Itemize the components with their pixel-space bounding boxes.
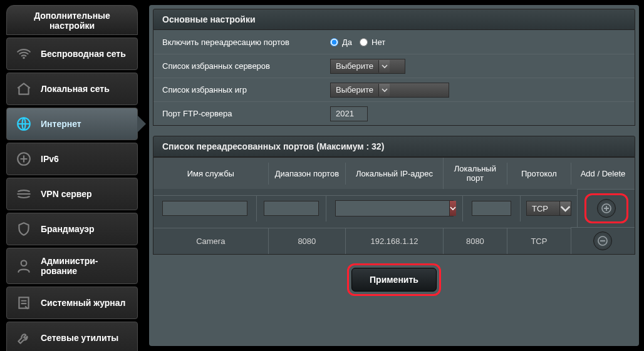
chevron-down-icon[interactable] xyxy=(449,201,456,216)
label-enable-forwarding: Включить переадресацию портов xyxy=(162,38,330,47)
forward-table-head: Имя службы Диапазон портов Локальный IP-… xyxy=(153,157,635,189)
label-favorite-games: Список избранных игр xyxy=(162,85,330,94)
sidebar: Дополнительные настройки Беспроводная се… xyxy=(6,5,138,346)
sidebar-item-firewall[interactable]: Брандмауэр xyxy=(6,213,138,245)
forward-input-row: TCP xyxy=(153,189,635,227)
sidebar-item-label: Локальная сеть xyxy=(41,84,110,94)
input-service[interactable] xyxy=(162,201,248,216)
row-ftp-port: Порт FTP-сервера xyxy=(153,101,635,125)
vpn-icon xyxy=(16,186,32,202)
sidebar-item-internet[interactable]: Интернет xyxy=(6,108,138,140)
highlight-add xyxy=(584,193,628,223)
sidebar-item-admin[interactable]: Администри-рование xyxy=(6,248,138,284)
col-proto: Протокол xyxy=(507,163,571,185)
row-favorite-games: Список избранных игр Выберите xyxy=(153,78,635,101)
select-proto[interactable]: TCP xyxy=(526,201,571,216)
user-icon xyxy=(16,258,32,274)
select-favorite-servers[interactable]: Выберите xyxy=(330,59,405,74)
apply-button[interactable]: Применить xyxy=(351,268,437,292)
col-range: Диапазон портов xyxy=(268,163,346,185)
select-value: Выберите xyxy=(336,85,373,94)
col-ip: Локальный IP-адрес xyxy=(345,163,443,185)
sidebar-item-lan[interactable]: Локальная сеть xyxy=(6,73,138,105)
cell-port: 8080 xyxy=(443,228,507,254)
sidebar-item-nettools[interactable]: Сетевые утилиты xyxy=(6,322,138,351)
row-favorite-servers: Список избранных серверов Выберите xyxy=(153,54,635,78)
log-icon xyxy=(16,295,32,311)
chevron-down-icon xyxy=(559,201,571,215)
label-favorite-servers: Список избранных серверов xyxy=(162,61,330,71)
forward-table: Имя службы Диапазон портов Локальный IP-… xyxy=(153,157,635,255)
select-proto-value: TCP xyxy=(532,204,548,213)
cell-service: Camera xyxy=(153,228,268,254)
chevron-down-icon xyxy=(378,60,390,73)
radio-no[interactable] xyxy=(360,38,368,46)
sidebar-item-label: VPN сервер xyxy=(41,189,92,199)
col-service: Имя службы xyxy=(153,163,268,185)
sidebar-item-label: Интернет xyxy=(41,119,81,129)
table-row: Camera 8080 192.168.1.12 8080 TCP xyxy=(153,227,635,254)
sidebar-item-label: IPv6 xyxy=(41,154,59,164)
ipv6-icon xyxy=(16,151,32,167)
sidebar-item-label: Беспроводная сеть xyxy=(41,49,126,59)
sidebar-item-label: Сетевые утилиты xyxy=(41,333,118,343)
basic-section-title: Основные настройки xyxy=(153,9,635,30)
svg-point-0 xyxy=(23,57,24,59)
house-icon xyxy=(16,81,32,97)
col-port: Локальный порт xyxy=(443,158,507,189)
sidebar-item-vpn[interactable]: VPN сервер xyxy=(6,178,138,210)
label-ftp-port: Порт FTP-сервера xyxy=(162,109,330,118)
select-value: Выберите xyxy=(336,61,373,71)
sidebar-item-syslog[interactable]: Системный журнал xyxy=(6,287,138,319)
col-action: Add / Delete xyxy=(571,163,635,185)
cell-proto: TCP xyxy=(507,228,571,254)
radio-yes[interactable] xyxy=(330,38,338,46)
shield-icon xyxy=(16,221,32,237)
input-ip-wrap[interactable] xyxy=(335,200,454,216)
highlight-apply: Применить xyxy=(347,263,441,296)
select-favorite-games[interactable]: Выберите xyxy=(330,83,449,98)
sidebar-title: Дополнительные настройки xyxy=(6,5,138,35)
forward-section-title: Список переадресованных портов (Максимум… xyxy=(153,136,635,157)
radio-yes-label: Да xyxy=(342,38,352,47)
input-port[interactable] xyxy=(472,201,511,216)
svg-point-3 xyxy=(21,260,27,266)
main-panel: Основные настройки Включить переадресаци… xyxy=(149,5,639,346)
basic-settings: Включить переадресацию портов Да Нет Спи… xyxy=(153,30,635,126)
wrench-icon xyxy=(16,330,32,346)
input-ip[interactable] xyxy=(336,201,449,216)
delete-button[interactable] xyxy=(593,231,612,250)
sidebar-item-ipv6[interactable]: IPv6 xyxy=(6,143,138,175)
globe-icon xyxy=(16,116,32,132)
row-enable-forwarding: Включить переадресацию портов Да Нет xyxy=(153,30,635,54)
cell-ip: 192.168.1.12 xyxy=(345,228,443,254)
input-range[interactable] xyxy=(264,201,319,216)
sidebar-item-label: Администри-рование xyxy=(41,256,128,276)
radio-no-label: Нет xyxy=(371,38,385,47)
add-button[interactable] xyxy=(597,199,616,218)
chevron-down-icon xyxy=(378,84,390,96)
sidebar-item-label: Системный журнал xyxy=(41,298,125,308)
input-ftp-port[interactable] xyxy=(330,106,368,121)
sidebar-item-wireless[interactable]: Беспроводная сеть xyxy=(6,38,138,70)
wifi-icon xyxy=(16,46,32,62)
sidebar-item-label: Брандмауэр xyxy=(41,224,95,234)
cell-range: 8080 xyxy=(268,228,346,254)
